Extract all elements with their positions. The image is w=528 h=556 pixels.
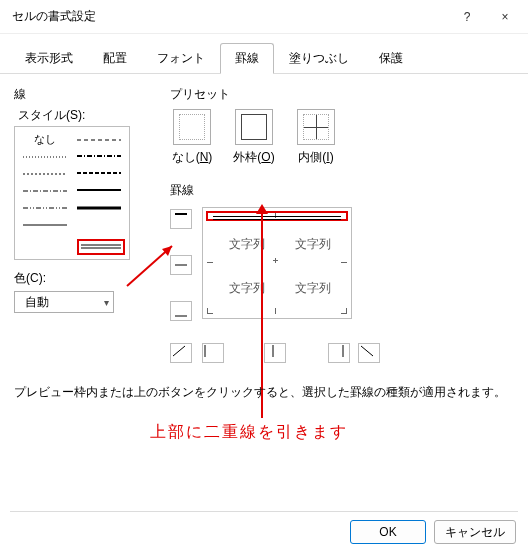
line-style-dot[interactable] <box>21 148 69 165</box>
line-panel: 線 スタイル(S): なし 色(C): 自動 ▾ <box>14 84 154 313</box>
borders-group-label: 罫線 <box>170 182 390 199</box>
chevron-down-icon: ▾ <box>104 297 109 308</box>
preset-inside[interactable]: 内側(I) <box>294 109 338 166</box>
border-preview[interactable]: 文字列 文字列 文字列 文字列 <box>202 207 352 319</box>
line-style-dashdotdot[interactable] <box>21 199 69 216</box>
tab-fill[interactable]: 塗りつぶし <box>274 43 364 74</box>
annotation-arrow-1 <box>127 286 172 288</box>
border-left-button[interactable] <box>202 343 224 363</box>
top-double-line-highlight <box>206 211 348 221</box>
line-style-thin-dash[interactable] <box>75 131 123 148</box>
line-group-label: 線 <box>14 86 154 103</box>
tab-strip: 表示形式 配置 フォント 罫線 塗りつぶし 保護 <box>0 34 528 74</box>
close-icon: × <box>501 10 508 24</box>
ok-button[interactable]: OK <box>350 520 426 544</box>
preview-cell-1: 文字列 <box>229 236 265 253</box>
line-style-medium[interactable] <box>75 182 123 199</box>
border-right-button[interactable] <box>328 343 350 363</box>
border-diag-up-button[interactable] <box>170 343 192 363</box>
tab-content: 線 スタイル(S): なし 色(C): 自動 ▾ プリセット <box>0 74 528 94</box>
tab-protection[interactable]: 保護 <box>364 43 418 74</box>
border-bottom-button[interactable] <box>170 301 192 321</box>
line-style-none[interactable]: なし <box>21 131 69 148</box>
preset-inside-icon <box>303 114 329 140</box>
tab-border[interactable]: 罫線 <box>220 43 274 74</box>
line-style-med-dash[interactable] <box>75 165 123 182</box>
help-icon: ? <box>464 10 471 24</box>
preset-panel: プリセット なし(N) 外枠(O) 内側(I) <box>170 84 380 166</box>
border-top-button[interactable] <box>170 209 192 229</box>
preset-outline[interactable]: 外枠(O) <box>232 109 276 166</box>
line-style-thick[interactable] <box>75 199 123 216</box>
preset-none-icon <box>179 114 205 140</box>
svg-line-19 <box>361 346 373 356</box>
line-style-thin[interactable] <box>21 216 69 233</box>
border-middle-v-button[interactable] <box>264 343 286 363</box>
preview-cell-2: 文字列 <box>295 236 331 253</box>
border-middle-h-button[interactable] <box>170 255 192 275</box>
preview-cell-4: 文字列 <box>295 280 331 297</box>
color-value: 自動 <box>25 294 49 311</box>
footer-separator <box>10 511 518 512</box>
hint-text: プレビュー枠内または上のボタンをクリックすると、選択した罫線の種類が適用されます… <box>14 384 506 401</box>
line-style-med-dashdot[interactable] <box>75 148 123 165</box>
titlebar: セルの書式設定 ? × <box>0 0 528 34</box>
line-style-dash[interactable] <box>21 165 69 182</box>
border-diag-down-button[interactable] <box>358 343 380 363</box>
help-button[interactable]: ? <box>448 3 486 31</box>
dialog-footer: OK キャンセル <box>350 520 516 544</box>
style-label: スタイル(S): <box>18 107 154 124</box>
tab-alignment[interactable]: 配置 <box>88 43 142 74</box>
close-button[interactable]: × <box>486 3 524 31</box>
borders-panel: 罫線 <box>170 180 390 363</box>
preset-group-label: プリセット <box>170 86 380 103</box>
line-style-dashdot[interactable] <box>21 182 69 199</box>
preset-none[interactable]: なし(N) <box>170 109 214 166</box>
svg-line-15 <box>173 346 185 356</box>
tab-number[interactable]: 表示形式 <box>10 43 88 74</box>
dialog-title: セルの書式設定 <box>12 8 448 25</box>
line-style-double-selected[interactable] <box>77 239 125 255</box>
cancel-button[interactable]: キャンセル <box>434 520 516 544</box>
color-label: 色(C): <box>14 270 154 287</box>
color-dropdown[interactable]: 自動 ▾ <box>14 291 114 313</box>
tab-font[interactable]: フォント <box>142 43 220 74</box>
preset-outline-icon <box>241 114 267 140</box>
line-style-list[interactable]: なし <box>14 126 130 260</box>
annotation-text: 上部に二重線を引きます <box>150 422 348 443</box>
